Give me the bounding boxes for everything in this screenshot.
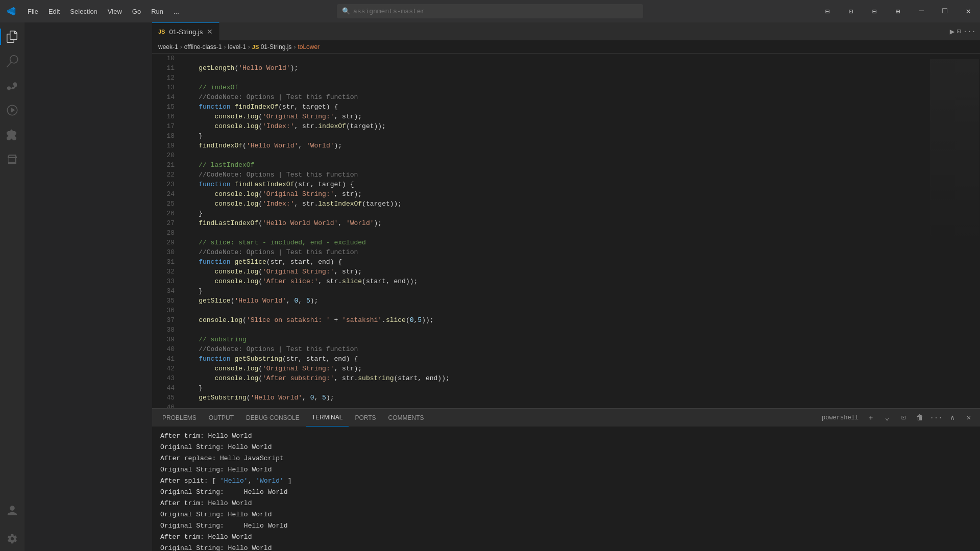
panel-tab-problems[interactable]: PROBLEMS: [156, 409, 203, 427]
split-editor-button[interactable]: ⊡: [957, 27, 961, 36]
title-bar: File Edit Selection View Go Run ... 🔍 ⊟ …: [0, 0, 980, 22]
activity-extensions[interactable]: [0, 122, 24, 147]
breadcrumb-file[interactable]: JS 01-String.js: [252, 43, 292, 51]
activity-source-control[interactable]: [0, 73, 24, 98]
tabs-bar: JS 01-String.js ✕ ▶ ⊡ ···: [152, 22, 980, 40]
search-input[interactable]: [353, 8, 638, 15]
panel-tab-comments[interactable]: COMMENTS: [382, 409, 430, 427]
vscode-icon: [0, 0, 22, 22]
panel-tabs: PROBLEMS OUTPUT DEBUG CONSOLE TERMINAL P…: [152, 409, 980, 427]
activity-search[interactable]: [0, 49, 24, 73]
menu-file[interactable]: File: [22, 0, 43, 22]
menu-edit[interactable]: Edit: [43, 0, 65, 22]
code-content[interactable]: getLength('Hello World'); // indexOf //C…: [179, 54, 929, 408]
layout-toggle-3[interactable]: ⊟: [863, 0, 886, 22]
breadcrumb-level[interactable]: level-1: [228, 43, 246, 51]
terminal-line: After trim: Hello World: [160, 498, 972, 509]
activity-bar: [0, 22, 24, 551]
breadcrumb-symbol[interactable]: toLower: [298, 43, 320, 51]
activity-explorer[interactable]: [0, 24, 24, 49]
close-button[interactable]: ✕: [957, 0, 980, 22]
layout-toggle-1[interactable]: ⊟: [816, 0, 839, 22]
activity-testing[interactable]: [0, 147, 24, 171]
terminal-line: After trim: Hello World: [160, 431, 972, 442]
menu-more[interactable]: ...: [168, 0, 184, 22]
search-bar[interactable]: 🔍: [337, 4, 643, 18]
new-terminal-button[interactable]: ＋: [864, 411, 878, 425]
tab-close-icon[interactable]: ✕: [207, 28, 213, 36]
terminal-line: Original String: Hello World: [160, 520, 972, 532]
terminal-line: Original String: Hello World: [160, 543, 972, 551]
terminal-trash-button[interactable]: 🗑: [913, 411, 927, 425]
search-icon: 🔍: [342, 7, 350, 15]
sidebar: [24, 22, 152, 551]
terminal-more-button[interactable]: ···: [929, 411, 943, 425]
activity-account[interactable]: [0, 498, 24, 522]
terminal-split-button[interactable]: ⌄: [880, 411, 894, 425]
terminal-line: After split: [ 'Hello', 'World' ]: [160, 475, 972, 487]
layout-toggle-2[interactable]: ⊡: [839, 0, 863, 22]
panel-maximize-button[interactable]: ∧: [945, 411, 960, 425]
breadcrumb-class[interactable]: offline-class-1: [184, 43, 222, 51]
activity-run[interactable]: [0, 98, 24, 122]
terminal-line: Original String: Hello World: [160, 487, 972, 498]
layout-toggle-4[interactable]: ⊞: [886, 0, 910, 22]
shell-label: powershell: [819, 414, 862, 421]
menu-go[interactable]: Go: [127, 0, 146, 22]
run-button[interactable]: ▶: [950, 27, 955, 37]
activity-settings[interactable]: [0, 527, 24, 551]
terminal-layout-button[interactable]: ⊡: [896, 411, 911, 425]
editor-area: JS 01-String.js ✕ ▶ ⊡ ··· week-1 › offli…: [152, 22, 980, 551]
terminal-line: After trim: Hello World: [160, 532, 972, 543]
panel-tab-output[interactable]: OUTPUT: [203, 409, 240, 427]
breadcrumb-week[interactable]: week-1: [158, 43, 178, 51]
main-layout: JS 01-String.js ✕ ▶ ⊡ ··· week-1 › offli…: [0, 22, 980, 551]
line-numbers: 1011121314 1516171819 2021222324 2526272…: [152, 54, 179, 408]
terminal-line: Original String: Hello World: [160, 509, 972, 520]
panel-close-button[interactable]: ✕: [962, 411, 976, 425]
tab-01-string[interactable]: JS 01-String.js ✕: [152, 22, 219, 40]
terminal-line: After replace: Hello JavaScript: [160, 453, 972, 464]
menu-selection[interactable]: Selection: [65, 0, 102, 22]
panel-content[interactable]: After trim: Hello World Original String:…: [152, 427, 980, 551]
panel-tab-ports[interactable]: PORTS: [349, 409, 382, 427]
minimap: [929, 54, 980, 408]
terminal-line: Original String: Hello World: [160, 442, 972, 453]
maximize-button[interactable]: □: [933, 0, 957, 22]
panel-tab-terminal[interactable]: TERMINAL: [306, 409, 349, 427]
title-bar-right: ⊟ ⊡ ⊟ ⊞ ─ □ ✕: [816, 0, 980, 22]
breadcrumb: week-1 › offline-class-1 › level-1 › JS …: [152, 40, 980, 54]
more-actions-button[interactable]: ···: [963, 28, 976, 36]
menu-view[interactable]: View: [103, 0, 127, 22]
panel-right-controls: powershell ＋ ⌄ ⊡ 🗑 ··· ∧ ✕: [819, 411, 980, 425]
minimize-button[interactable]: ─: [910, 0, 933, 22]
terminal-line: Original String: Hello World: [160, 464, 972, 475]
panel: PROBLEMS OUTPUT DEBUG CONSOLE TERMINAL P…: [152, 408, 980, 551]
panel-tab-debug[interactable]: DEBUG CONSOLE: [240, 409, 306, 427]
code-editor: 1011121314 1516171819 2021222324 2526272…: [152, 54, 980, 408]
menu-run[interactable]: Run: [146, 0, 168, 22]
